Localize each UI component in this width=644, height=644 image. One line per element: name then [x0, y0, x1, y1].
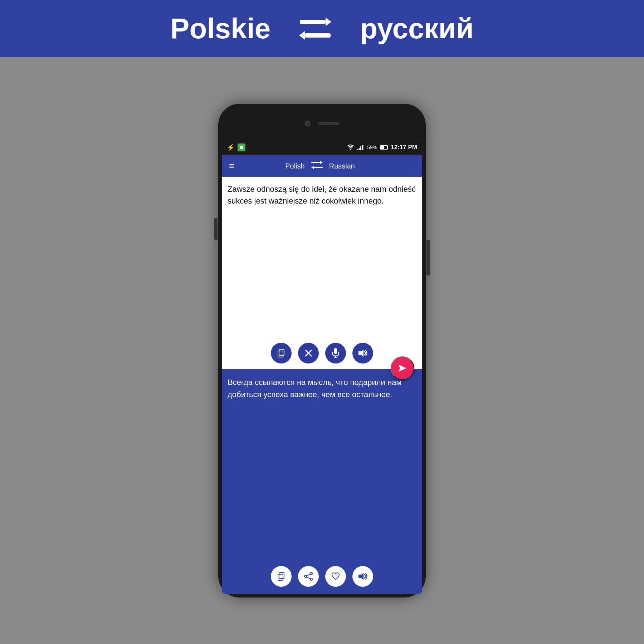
- phone-shell: ⚡: [218, 104, 426, 597]
- input-area[interactable]: Zawsze odnoszą się do idei, że okazane n…: [222, 177, 422, 369]
- clear-button[interactable]: [298, 343, 319, 364]
- volume-button-left[interactable]: [214, 218, 218, 240]
- svg-point-25: [310, 572, 312, 575]
- earpiece-speaker: [318, 122, 339, 125]
- toolbar-swap-icon[interactable]: [311, 161, 323, 171]
- output-action-buttons: [222, 566, 422, 587]
- notification-icon: [238, 143, 245, 151]
- copy-button[interactable]: [271, 343, 292, 364]
- output-area: Всегда ссылаются на мысль, что подарили …: [222, 369, 422, 594]
- svg-rect-0: [300, 20, 326, 24]
- svg-marker-11: [320, 161, 323, 164]
- signal-icon: [357, 145, 364, 150]
- svg-marker-22: [399, 365, 406, 372]
- banner-source-lang[interactable]: Polskie: [170, 12, 270, 45]
- toolbar-language-selector[interactable]: Polish Russian: [285, 161, 355, 171]
- toolbar-source-lang[interactable]: Polish: [285, 162, 304, 170]
- banner-target-lang[interactable]: русский: [360, 12, 474, 45]
- status-left-icons: ⚡: [227, 143, 245, 151]
- input-text[interactable]: Zawsze odnoszą się do idei, że okazane n…: [222, 177, 422, 338]
- svg-point-26: [304, 575, 307, 577]
- svg-rect-9: [364, 145, 365, 150]
- front-camera: [305, 121, 311, 126]
- svg-line-28: [307, 574, 310, 576]
- svg-rect-10: [311, 162, 320, 163]
- banner-swap-icon[interactable]: [299, 16, 331, 41]
- svg-marker-3: [299, 31, 305, 40]
- svg-rect-7: [360, 146, 361, 150]
- status-bar: ⚡: [222, 140, 422, 155]
- battery-icon: [380, 145, 388, 150]
- svg-marker-1: [326, 18, 331, 26]
- speaker-button-output[interactable]: [352, 566, 373, 587]
- share-button[interactable]: [298, 566, 319, 587]
- status-right-icons: 59% 12:17 PM: [347, 144, 417, 151]
- usb-icon: ⚡: [227, 143, 235, 151]
- phone-top: [222, 107, 422, 140]
- svg-rect-2: [305, 33, 331, 38]
- favorite-button[interactable]: [325, 566, 346, 587]
- svg-marker-13: [311, 166, 314, 169]
- app-toolbar: ≡ Polish Russian: [222, 155, 422, 177]
- svg-point-4: [240, 146, 243, 149]
- svg-marker-30: [358, 573, 364, 580]
- battery-percent: 59%: [367, 145, 377, 150]
- wifi-icon: [347, 144, 354, 151]
- power-button-right[interactable]: [426, 240, 430, 275]
- status-time: 12:17 PM: [391, 144, 417, 151]
- svg-point-27: [310, 578, 312, 580]
- toolbar-target-lang[interactable]: Russian: [329, 162, 355, 170]
- svg-marker-21: [358, 350, 364, 357]
- svg-line-29: [307, 577, 310, 579]
- output-text: Всегда ссылаются на мысль, что подарили …: [228, 376, 416, 401]
- phone-area: ⚡: [0, 57, 644, 644]
- copy-output-button[interactable]: [271, 566, 292, 587]
- microphone-button[interactable]: [325, 343, 346, 364]
- svg-rect-12: [314, 167, 323, 168]
- svg-rect-6: [359, 148, 360, 150]
- top-banner: Polskie русский: [0, 0, 644, 57]
- translate-button[interactable]: [391, 356, 414, 380]
- svg-rect-18: [334, 348, 337, 354]
- svg-rect-8: [362, 145, 363, 150]
- svg-rect-5: [357, 149, 358, 150]
- hamburger-menu-button[interactable]: ≡: [229, 161, 234, 172]
- phone-screen: ⚡: [222, 140, 422, 594]
- speaker-button-input[interactable]: [352, 343, 373, 364]
